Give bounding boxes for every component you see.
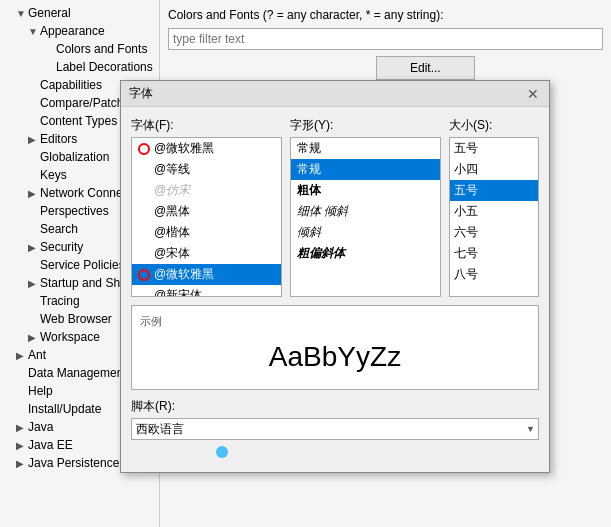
script-label: 脚本(R): bbox=[131, 398, 539, 415]
sidebar-item-label: Install/Update bbox=[28, 402, 101, 416]
dialog-body: 字体(F): @微软雅黑 @等线 @仿宋 bbox=[121, 107, 549, 472]
arrow-icon: ▼ bbox=[28, 26, 40, 37]
style-list-item[interactable]: 粗体 bbox=[291, 180, 440, 201]
content-title: Colors and Fonts (? = any character, * =… bbox=[168, 8, 603, 22]
arrow-icon: ▶ bbox=[16, 458, 28, 469]
script-select-wrapper: 西欧语言 bbox=[131, 418, 539, 440]
sidebar-item-label: Java EE bbox=[28, 438, 73, 452]
script-select[interactable]: 西欧语言 bbox=[131, 418, 539, 440]
sidebar-item-label: Capabilities bbox=[40, 78, 102, 92]
preview-text: AaBbYyZz bbox=[140, 333, 530, 381]
sidebar-item-label: Java Persistence bbox=[28, 456, 119, 470]
cursor-indicator bbox=[216, 446, 228, 458]
edit-button[interactable]: Edit... bbox=[376, 56, 475, 80]
size-list-item[interactable]: 小四 bbox=[450, 159, 538, 180]
sidebar-item-label: Java bbox=[28, 420, 53, 434]
size-list-item[interactable]: 五号 bbox=[450, 138, 538, 159]
sidebar-item-label: General bbox=[28, 6, 71, 20]
size-column: 大小(S): 五号 小四 五号 小五 六号 七号 八号 bbox=[449, 117, 539, 297]
style-column: 字形(Y): 常规 常规 粗体 细体 倾斜 倾斜 粗偏斜体 bbox=[290, 117, 441, 297]
sidebar-item-label: Security bbox=[40, 240, 83, 254]
arrow-icon: ▶ bbox=[16, 422, 28, 433]
size-list-item[interactable]: 八号 bbox=[450, 264, 538, 285]
sidebar-item-label: Perspectives bbox=[40, 204, 109, 218]
style-list-item[interactable]: 常规 bbox=[291, 159, 440, 180]
sidebar-item-colors-fonts[interactable]: Colors and Fonts bbox=[0, 40, 159, 58]
cursor-area bbox=[131, 444, 539, 462]
sidebar-item-label: Compare/Patch bbox=[40, 96, 123, 110]
sidebar-item-label: Help bbox=[28, 384, 53, 398]
arrow-icon: ▶ bbox=[16, 440, 28, 451]
dialog-columns-row: 字体(F): @微软雅黑 @等线 @仿宋 bbox=[131, 117, 539, 297]
sidebar-item-label: Globalization bbox=[40, 150, 109, 164]
style-list-item[interactable]: 细体 倾斜 bbox=[291, 201, 440, 222]
size-list[interactable]: 五号 小四 五号 小五 六号 七号 八号 bbox=[449, 137, 539, 297]
style-list[interactable]: 常规 常规 粗体 细体 倾斜 倾斜 粗偏斜体 bbox=[290, 137, 441, 297]
preview-section: 示例 AaBbYyZz bbox=[131, 305, 539, 390]
sidebar-item-label: Search bbox=[40, 222, 78, 236]
sidebar-item-label: Keys bbox=[40, 168, 67, 182]
sidebar-item-label: Tracing bbox=[40, 294, 80, 308]
font-list-item[interactable]: @宋体 bbox=[132, 243, 281, 264]
size-list-item[interactable]: 五号 bbox=[450, 180, 538, 201]
sidebar-item-label: Data Management bbox=[28, 366, 127, 380]
style-list-item[interactable]: 常规 bbox=[291, 138, 440, 159]
font-list-item[interactable]: @仿宋 bbox=[132, 180, 281, 201]
sidebar-item-label: Editors bbox=[40, 132, 77, 146]
sidebar-item-label: Appearance bbox=[40, 24, 105, 38]
sidebar-item-label: Label Decorations bbox=[56, 60, 153, 74]
sidebar-item-general[interactable]: ▼ General bbox=[0, 4, 159, 22]
circle-indicator-icon bbox=[138, 269, 150, 281]
font-list-item[interactable]: @新宋体 bbox=[132, 285, 281, 297]
size-col-label: 大小(S): bbox=[449, 117, 539, 134]
sidebar-item-label: Web Browser bbox=[40, 312, 112, 326]
arrow-icon: ▶ bbox=[28, 188, 40, 199]
style-list-item[interactable]: 倾斜 bbox=[291, 222, 440, 243]
sidebar-item-label: Colors and Fonts bbox=[56, 42, 147, 56]
arrow-icon: ▶ bbox=[28, 134, 40, 145]
dialog-titlebar: 字体 ✕ bbox=[121, 81, 549, 107]
style-list-item[interactable]: 粗偏斜体 bbox=[291, 243, 440, 264]
arrow-icon: ▶ bbox=[28, 278, 40, 289]
arrow-icon: ▶ bbox=[28, 242, 40, 253]
font-list-item[interactable]: @黑体 bbox=[132, 201, 281, 222]
sidebar-item-label: Content Types bbox=[40, 114, 117, 128]
circle-indicator-icon bbox=[138, 143, 150, 155]
font-column: 字体(F): @微软雅黑 @等线 @仿宋 bbox=[131, 117, 282, 297]
style-col-label: 字形(Y): bbox=[290, 117, 441, 134]
sidebar-item-label-decorations[interactable]: Label Decorations bbox=[0, 58, 159, 76]
font-list-item[interactable]: @等线 bbox=[132, 159, 281, 180]
dialog-title: 字体 bbox=[129, 85, 153, 102]
font-dialog: 字体 ✕ 字体(F): @微软雅黑 @等线 @仿 bbox=[120, 80, 550, 473]
size-list-item[interactable]: 小五 bbox=[450, 201, 538, 222]
dialog-close-button[interactable]: ✕ bbox=[525, 86, 541, 102]
size-list-item[interactable]: 七号 bbox=[450, 243, 538, 264]
sidebar-item-label: Service Policies bbox=[40, 258, 125, 272]
sidebar-item-appearance[interactable]: ▼ Appearance bbox=[0, 22, 159, 40]
font-list[interactable]: @微软雅黑 @等线 @仿宋 @黑体 bbox=[131, 137, 282, 297]
arrow-icon: ▼ bbox=[16, 8, 28, 19]
size-list-item[interactable]: 六号 bbox=[450, 222, 538, 243]
sidebar-item-label: Ant bbox=[28, 348, 46, 362]
font-list-item[interactable]: @微软雅黑 bbox=[132, 138, 281, 159]
arrow-icon: ▶ bbox=[16, 350, 28, 361]
font-list-item[interactable]: @楷体 bbox=[132, 222, 281, 243]
filter-input[interactable] bbox=[168, 28, 603, 50]
script-section: 脚本(R): 西欧语言 bbox=[131, 398, 539, 440]
sidebar-item-label: Workspace bbox=[40, 330, 100, 344]
preview-label: 示例 bbox=[140, 314, 530, 329]
arrow-icon: ▶ bbox=[28, 332, 40, 343]
font-col-label: 字体(F): bbox=[131, 117, 282, 134]
font-list-item[interactable]: @微软雅黑 bbox=[132, 264, 281, 285]
